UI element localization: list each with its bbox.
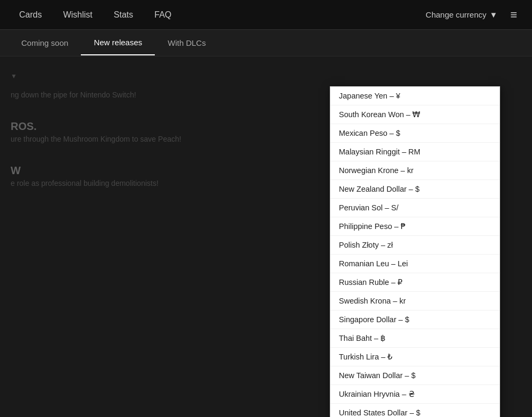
currency-arrow-icon: ▼	[489, 10, 497, 19]
nav-stats[interactable]: Stats	[103, 2, 144, 28]
currency-option-5[interactable]: New Zealand Dollar – $	[330, 180, 500, 199]
main-content: ▼ ng down the pipe for Nintendo Switch! …	[0, 56, 532, 417]
nav-cards[interactable]: Cards	[9, 2, 53, 28]
currency-option-7[interactable]: Philippine Peso – ₱	[330, 217, 500, 236]
currency-option-14[interactable]: Turkish Lira – ₺	[330, 348, 500, 366]
currency-option-9[interactable]: Romanian Leu – Lei	[330, 255, 500, 273]
subnav-new-releases[interactable]: New releases	[81, 30, 155, 55]
currency-option-15[interactable]: New Taiwan Dollar – $	[330, 366, 500, 385]
filter-row: ▼	[11, 72, 521, 80]
currency-option-13[interactable]: Thai Baht – ฿	[330, 329, 500, 348]
nav-wishlist[interactable]: Wishlist	[53, 2, 103, 28]
currency-option-4[interactable]: Norwegian Krone – kr	[330, 161, 500, 180]
currency-option-11[interactable]: Swedish Krona – kr	[330, 292, 500, 310]
hamburger-icon: ≡	[510, 8, 517, 21]
currency-option-17[interactable]: United States Dollar – $	[330, 404, 500, 417]
currency-option-12[interactable]: Singapore Dollar – $	[330, 310, 500, 329]
navbar: Cards Wishlist Stats FAQ Change currency…	[0, 0, 532, 30]
nav-faq[interactable]: FAQ	[144, 2, 182, 28]
filter-icon: ▼	[11, 72, 17, 80]
hamburger-menu-button[interactable]: ≡	[504, 4, 523, 26]
subnav-coming-soon[interactable]: Coming soon	[9, 31, 81, 55]
currency-option-16[interactable]: Ukrainian Hryvnia – ₴	[330, 385, 500, 404]
subnav: Coming soon New releases With DLCs	[0, 30, 532, 56]
currency-option-0[interactable]: Japanese Yen – ¥	[330, 87, 500, 105]
change-currency-label: Change currency	[426, 10, 486, 19]
currency-option-10[interactable]: Russian Ruble – ₽	[330, 273, 500, 292]
currency-option-6[interactable]: Peruvian Sol – S/	[330, 199, 500, 217]
change-currency-button[interactable]: Change currency ▼	[419, 6, 504, 23]
currency-option-8[interactable]: Polish Złoty – zł	[330, 236, 500, 255]
currency-option-2[interactable]: Mexican Peso – $	[330, 124, 500, 143]
currency-option-3[interactable]: Malaysian Ringgit – RM	[330, 143, 500, 161]
currency-dropdown: Japanese Yen – ¥South Korean Won – ₩Mexi…	[330, 86, 500, 417]
subnav-with-dlcs[interactable]: With DLCs	[155, 31, 219, 55]
currency-option-1[interactable]: South Korean Won – ₩	[330, 105, 500, 124]
nav-links: Cards Wishlist Stats FAQ	[9, 2, 182, 28]
